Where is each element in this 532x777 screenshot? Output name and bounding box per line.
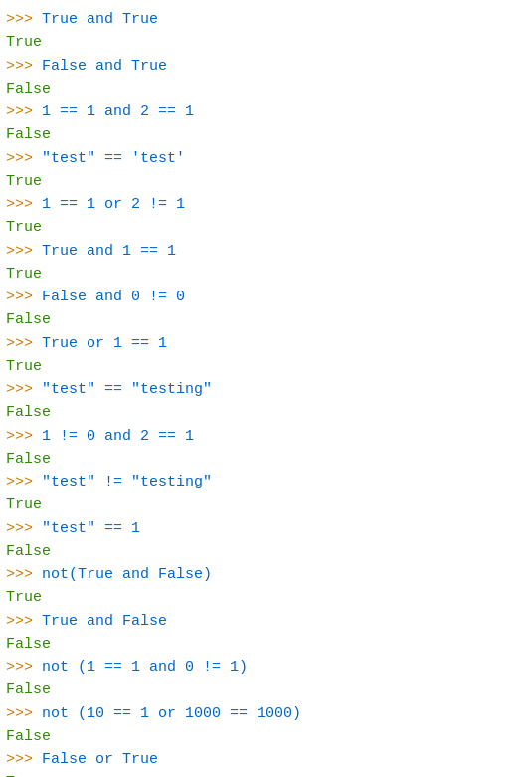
- result-line: False: [6, 633, 526, 656]
- prompt-symbol: >>>: [6, 381, 42, 398]
- result-line: False: [6, 540, 526, 563]
- prompt-line: >>> not (1 == 1 and 0 != 1): [6, 656, 526, 679]
- prompt-line: >>> not(True and False): [6, 563, 526, 586]
- result-line: True: [6, 493, 526, 516]
- prompt-symbol: >>>: [6, 103, 42, 120]
- prompt-line: >>> True or 1 == 1: [6, 332, 526, 355]
- prompt-line: >>> True and True: [6, 8, 526, 31]
- prompt-line: >>> not (10 == 1 or 1000 == 1000): [6, 702, 526, 725]
- prompt-symbol: >>>: [6, 520, 42, 537]
- code-expression: 1 == 1 or 2 != 1: [42, 196, 185, 213]
- code-expression: 1 != 0 and 2 == 1: [42, 428, 194, 445]
- prompt-symbol: >>>: [6, 705, 42, 722]
- prompt-symbol: >>>: [6, 243, 42, 260]
- result-line: False: [6, 725, 526, 748]
- prompt-symbol: >>>: [6, 566, 42, 583]
- code-expression: False and 0 != 0: [42, 289, 185, 305]
- prompt-line: >>> "test" == "testing": [6, 378, 526, 401]
- prompt-symbol: >>>: [6, 196, 42, 213]
- code-expression: True and True: [42, 11, 158, 28]
- code-expression: "test" == 1: [42, 520, 140, 537]
- code-expression: False or True: [42, 751, 158, 768]
- prompt-line: >>> True and 1 == 1: [6, 240, 526, 263]
- code-expression: not (1 == 1 and 0 != 1): [42, 659, 248, 676]
- prompt-symbol: >>>: [6, 613, 42, 630]
- code-expression: True and False: [42, 613, 167, 630]
- code-block: >>> True and TrueTrue>>> False and TrueF…: [6, 8, 526, 777]
- result-line: True: [6, 170, 526, 193]
- prompt-symbol: >>>: [6, 58, 42, 75]
- code-expression: "test" == "testing": [42, 381, 212, 398]
- prompt-symbol: >>>: [6, 428, 42, 445]
- prompt-line: >>> 1 == 1 and 2 == 1: [6, 100, 526, 123]
- result-line: True: [6, 355, 526, 378]
- prompt-line: >>> False or True: [6, 748, 526, 771]
- result-line: False: [6, 78, 526, 100]
- code-expression: True or 1 == 1: [42, 335, 167, 352]
- code-expression: True and 1 == 1: [42, 243, 176, 260]
- code-expression: "test" == 'test': [42, 150, 185, 167]
- result-line: True: [6, 771, 526, 777]
- prompt-line: >>> False and 0 != 0: [6, 286, 526, 308]
- prompt-symbol: >>>: [6, 289, 42, 305]
- prompt-line: >>> False and True: [6, 55, 526, 78]
- prompt-line: >>> 1 != 0 and 2 == 1: [6, 425, 526, 448]
- code-expression: not (10 == 1 or 1000 == 1000): [42, 705, 301, 722]
- result-line: False: [6, 308, 526, 331]
- code-expression: 1 == 1 and 2 == 1: [42, 103, 194, 120]
- result-line: False: [6, 679, 526, 701]
- prompt-symbol: >>>: [6, 11, 42, 28]
- prompt-symbol: >>>: [6, 659, 42, 676]
- result-line: True: [6, 263, 526, 286]
- prompt-line: >>> True and False: [6, 610, 526, 633]
- prompt-line: >>> 1 == 1 or 2 != 1: [6, 193, 526, 216]
- prompt-line: >>> "test" == 'test': [6, 147, 526, 170]
- prompt-symbol: >>>: [6, 335, 42, 352]
- code-expression: not(True and False): [42, 566, 212, 583]
- result-line: False: [6, 401, 526, 424]
- prompt-symbol: >>>: [6, 150, 42, 167]
- result-line: True: [6, 586, 526, 609]
- prompt-symbol: >>>: [6, 751, 42, 768]
- result-line: True: [6, 216, 526, 239]
- prompt-line: >>> "test" != "testing": [6, 471, 526, 493]
- result-line: False: [6, 448, 526, 471]
- code-expression: "test" != "testing": [42, 474, 212, 490]
- prompt-symbol: >>>: [6, 474, 42, 490]
- code-container: >>> True and TrueTrue>>> False and TrueF…: [6, 8, 526, 777]
- result-line: True: [6, 31, 526, 54]
- code-expression: False and True: [42, 58, 167, 75]
- result-line: False: [6, 123, 526, 146]
- prompt-line: >>> "test" == 1: [6, 517, 526, 540]
